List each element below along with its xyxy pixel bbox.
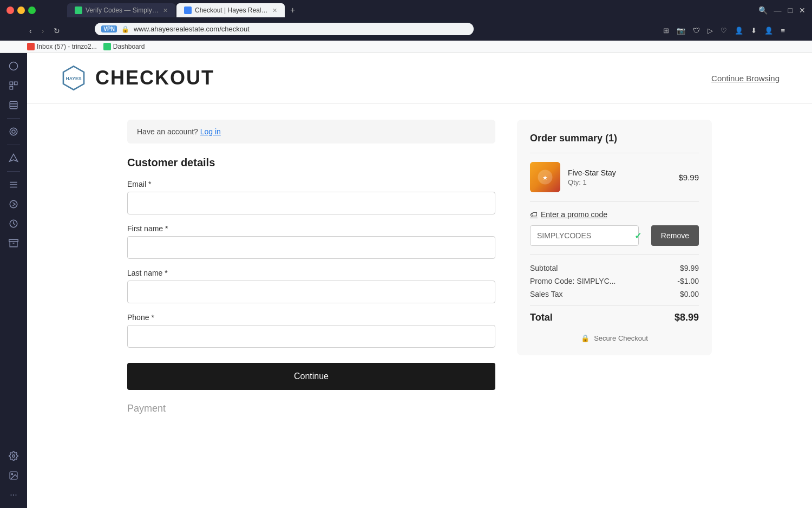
lock-secure-icon: 🔒 [581, 334, 590, 342]
play-icon[interactable]: ▷ [708, 27, 713, 35]
promo-link[interactable]: 🏷 Enter a promo code [530, 210, 699, 219]
customer-form-section: Have an account? Log in Customer details… [127, 120, 495, 414]
svg-text:★: ★ [542, 174, 548, 181]
lock-icon: 🔒 [121, 25, 129, 33]
tab-1[interactable]: Verify Codes — SimplyCod... ✕ [67, 3, 175, 17]
tab-1-favicon [75, 6, 82, 14]
new-tab-button[interactable]: + [286, 3, 299, 17]
sidebar-icon-lines[interactable] [5, 176, 22, 193]
forward-button[interactable]: › [40, 25, 47, 36]
email-label: Email * [127, 180, 495, 188]
total-label: Total [530, 312, 553, 323]
sidebar-icon-more[interactable]: ··· [5, 486, 22, 504]
tab-1-close[interactable]: ✕ [163, 7, 168, 14]
lastname-required: * [165, 269, 167, 277]
browser-chrome: Verify Codes — SimplyCod... ✕ Checkout |… [0, 0, 812, 53]
total-value: $8.99 [675, 312, 699, 323]
sidebar-icon-play[interactable] [5, 196, 22, 213]
url-text: www.ahayesrealestate.com/checkout [134, 25, 467, 33]
continue-button[interactable]: Continue [127, 363, 495, 390]
tab-2-label: Checkout | Hayes Real Esta... [195, 6, 269, 14]
shield-icon[interactable]: 🛡 [693, 27, 700, 35]
promo-check-icon: ✓ [634, 231, 641, 241]
firstname-input[interactable] [127, 236, 495, 259]
promo-code-label: Promo Code: SIMPLYC... [530, 277, 615, 285]
menu-icon[interactable]: ≡ [781, 27, 785, 35]
page-title: CHECKOUT [95, 67, 214, 89]
sidebar-icon-nav[interactable] [5, 149, 22, 167]
svg-rect-2 [15, 82, 17, 84]
svg-rect-15 [9, 239, 18, 242]
payment-title: Payment [127, 403, 495, 414]
tax-label: Sales Tax [530, 290, 562, 298]
wallet-icon[interactable]: 👤 [735, 27, 743, 35]
window-minimize-button[interactable] [17, 6, 25, 14]
profile-icon[interactable]: 👤 [764, 27, 773, 35]
continue-browsing-link[interactable]: Continue Browsing [711, 74, 780, 83]
email-group: Email * [127, 180, 495, 214]
sidebar-divider-1 [7, 118, 20, 119]
phone-input[interactable] [127, 325, 495, 348]
sidebar-icon-circle[interactable] [5, 123, 22, 140]
bookmark-gmail-label: Inbox (57) - trinzo2... [37, 43, 97, 50]
sidebar-icon-grid[interactable] [5, 96, 22, 114]
product-details: Five-Star Stay Qty: 1 [568, 168, 671, 186]
window-close-button[interactable] [6, 6, 14, 14]
minimize-icon[interactable]: — [774, 6, 782, 15]
login-link[interactable]: Log in [200, 127, 221, 136]
svg-point-8 [10, 128, 17, 135]
search-icon[interactable]: 🔍 [758, 6, 768, 15]
subtotal-label: Subtotal [530, 264, 558, 272]
tax-value: $0.00 [680, 290, 699, 298]
tab-bar: Verify Codes — SimplyCod... ✕ Checkout |… [40, 3, 754, 17]
sidebar-icon-settings[interactable] [5, 447, 22, 465]
tab-2[interactable]: Checkout | Hayes Real Esta... ✕ [176, 3, 285, 17]
promo-discount-value: -$1.00 [677, 277, 699, 285]
firstname-label: First name * [127, 224, 495, 233]
product-row: ★ Five-Star Stay Qty: 1 $9.99 [530, 162, 699, 201]
bookmark-gmail[interactable]: Inbox (57) - trinzo2... [27, 43, 97, 50]
firstname-required: * [165, 224, 168, 233]
sidebar-icon-image[interactable] [5, 467, 22, 484]
product-name: Five-Star Stay [568, 168, 671, 177]
page-header: HAYES CHECKOUT Continue Browsing [27, 53, 812, 103]
lastname-group: Last name * [127, 269, 495, 303]
window-maximize-button[interactable] [28, 6, 36, 14]
sidebar-icon-box[interactable] [5, 235, 22, 252]
remove-promo-button[interactable]: Remove [651, 225, 699, 246]
close-icon[interactable]: ✕ [799, 6, 806, 15]
promo-input-row: ✓ Remove [530, 225, 699, 246]
tab-2-favicon [184, 6, 192, 14]
bookmark-dashboard-label: Dashboard [113, 43, 145, 50]
sidebar-divider-3 [7, 171, 20, 172]
download-icon[interactable]: ⬇ [751, 27, 757, 35]
restore-icon[interactable]: □ [788, 6, 793, 15]
sidebar-icon-home[interactable] [5, 57, 22, 75]
email-input[interactable] [127, 192, 495, 214]
camera-icon[interactable]: 📷 [677, 27, 685, 35]
extensions-icon[interactable]: ⊞ [663, 27, 669, 35]
product-qty: Qty: 1 [568, 178, 671, 186]
total-row: Total $8.99 [530, 312, 699, 323]
tab-2-close[interactable]: ✕ [272, 7, 277, 14]
heart-icon[interactable]: ♡ [721, 27, 727, 35]
svg-point-13 [10, 200, 17, 208]
secure-label: Secure Checkout [594, 334, 648, 342]
back-button[interactable]: ‹ [27, 25, 34, 36]
summary-title: Order summary (1) [530, 133, 699, 153]
svg-rect-3 [10, 87, 12, 89]
phone-label: Phone * [127, 313, 495, 322]
login-prompt-text: Have an account? [137, 127, 198, 136]
sidebar-divider-2 [7, 145, 20, 145]
lastname-input[interactable] [127, 281, 495, 303]
product-icon: ★ [537, 169, 553, 185]
subtotal-value: $9.99 [680, 264, 699, 272]
login-banner: Have an account? Log in [127, 120, 495, 144]
promo-code-input[interactable] [530, 225, 639, 246]
reload-button[interactable]: ↻ [51, 25, 62, 36]
address-bar[interactable]: VPN 🔒 www.ahayesrealestate.com/checkout [95, 23, 474, 35]
phone-group: Phone * [127, 313, 495, 348]
sidebar-icon-clock[interactable] [5, 215, 22, 232]
bookmark-dashboard[interactable]: Dashboard [103, 43, 145, 50]
sidebar-icon-tabs[interactable] [5, 77, 22, 94]
